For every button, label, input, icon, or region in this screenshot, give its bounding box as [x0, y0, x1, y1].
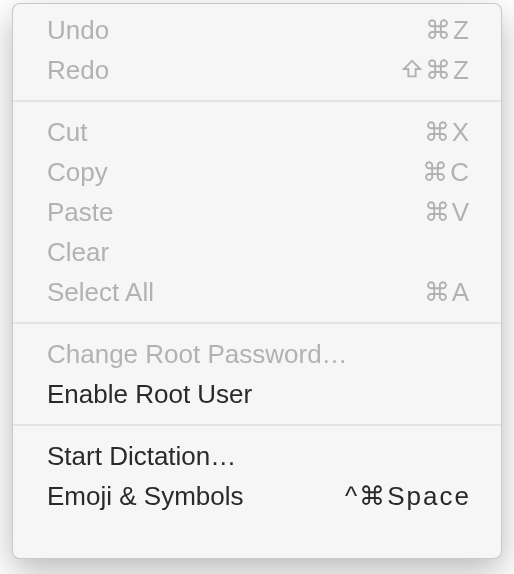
menu-item-label: Enable Root User: [47, 381, 252, 407]
menu-separator: [13, 100, 501, 102]
menu-separator: [13, 322, 501, 324]
menu-item-shortcut: ⌘A: [424, 279, 471, 305]
shortcut-text: ⌘Z: [425, 57, 471, 83]
menu-item-cut: Cut ⌘X: [13, 112, 501, 152]
menu-item-label: Clear: [47, 239, 109, 265]
menu-item-clear: Clear: [13, 232, 501, 272]
menu-item-select-all: Select All ⌘A: [13, 272, 501, 312]
menu-item-emoji-symbols[interactable]: Emoji & Symbols ^⌘Space: [13, 476, 501, 516]
menu-item-undo: Undo ⌘Z: [13, 10, 501, 50]
menu-item-copy: Copy ⌘C: [13, 152, 501, 192]
menu-item-label: Copy: [47, 159, 108, 185]
menu-item-shortcut: ^⌘Space: [345, 483, 471, 509]
menu-item-paste: Paste ⌘V: [13, 192, 501, 232]
menu-item-change-root-password: Change Root Password…: [13, 334, 501, 374]
menu-item-label: Emoji & Symbols: [47, 483, 244, 509]
menu-separator: [13, 424, 501, 426]
menu-item-shortcut: ⌘Z: [425, 17, 471, 43]
menu-item-label: Undo: [47, 17, 109, 43]
menu-item-label: Start Dictation…: [47, 443, 236, 469]
menu-item-label: Select All: [47, 279, 154, 305]
menu-item-shortcut: ⌘V: [424, 199, 471, 225]
menu-item-enable-root-user[interactable]: Enable Root User: [13, 374, 501, 414]
menu-item-label: Change Root Password…: [47, 341, 348, 367]
menu-item-label: Paste: [47, 199, 114, 225]
menu-item-shortcut: ⌘C: [422, 159, 471, 185]
menu-item-shortcut: ⌘Z: [401, 57, 471, 83]
shift-icon: [401, 57, 425, 83]
menu-item-label: Cut: [47, 119, 87, 145]
menu-item-start-dictation[interactable]: Start Dictation…: [13, 436, 501, 476]
menu-item-label: Redo: [47, 57, 109, 83]
edit-menu-dropdown: Undo ⌘Z Redo ⌘Z Cut ⌘X Copy ⌘C Paste ⌘V …: [12, 3, 502, 559]
menu-item-redo: Redo ⌘Z: [13, 50, 501, 90]
menu-item-shortcut: ⌘X: [424, 119, 471, 145]
